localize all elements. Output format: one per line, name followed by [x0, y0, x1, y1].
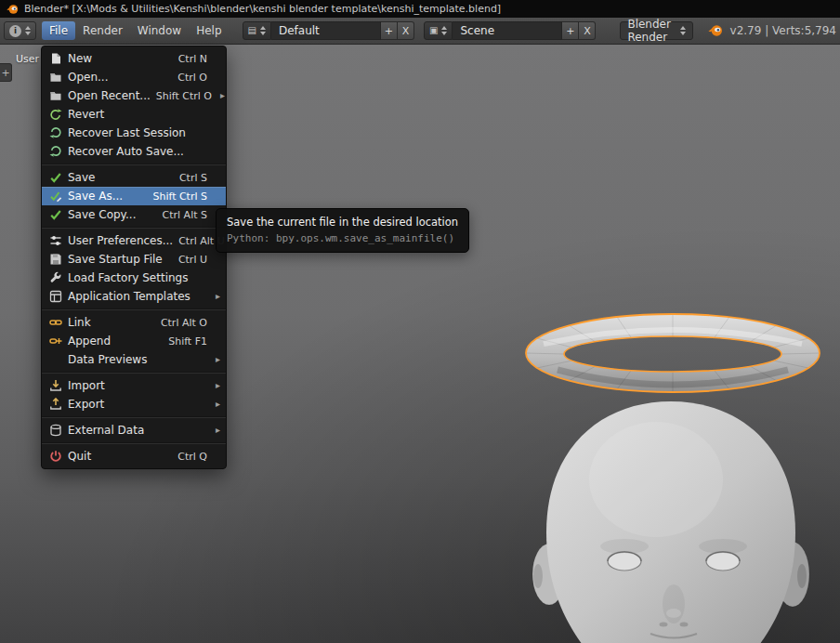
- menu-item-user-preferences[interactable]: User Preferences...Ctrl Alt U: [42, 231, 226, 250]
- scene-icon: ▣: [429, 26, 438, 35]
- scene-name-field[interactable]: Scene: [453, 21, 562, 40]
- menu-item-label: Import: [68, 379, 105, 392]
- menu-item-label: Data Previews: [68, 353, 147, 366]
- scene-delete-button[interactable]: X: [579, 21, 596, 40]
- submenu-arrow-icon: ▸: [213, 381, 220, 390]
- menu-item-save[interactable]: SaveCtrl S: [42, 168, 226, 187]
- submenu-arrow-icon: ▸: [213, 292, 220, 301]
- menu-item-import[interactable]: Import▸: [42, 376, 226, 395]
- blank-icon: [48, 353, 62, 366]
- combo-arrows-icon: [441, 26, 447, 35]
- menu-item-label: User Preferences...: [68, 234, 173, 247]
- submenu-arrow-icon: ▸: [213, 355, 220, 364]
- menu-window[interactable]: Window: [130, 21, 189, 40]
- blender-app-icon: [7, 4, 19, 15]
- toolshelf-expand-tab[interactable]: +: [0, 63, 12, 82]
- menu-render[interactable]: Render: [75, 21, 130, 40]
- window-title: Blender* [X:\Mods & Utilities\Kenshi\ble…: [24, 3, 501, 15]
- file-menu-panel: NewCtrl NOpen...Ctrl OOpen Recent...Shif…: [41, 46, 227, 469]
- combo-arrows-icon: [680, 26, 686, 35]
- menu-separator: [42, 416, 226, 418]
- menu-item-open[interactable]: Open...Ctrl O: [42, 68, 226, 86]
- menu-item-external-data[interactable]: External Data▸: [42, 421, 226, 440]
- export-icon: [48, 398, 62, 411]
- menu-item-shortcut: Ctrl O: [177, 72, 207, 84]
- version-stats: v2.79 | Verts:5,794: [730, 24, 836, 37]
- layout-delete-button[interactable]: X: [398, 21, 414, 40]
- menu-item-label: Quit: [68, 450, 91, 463]
- menu-separator: [42, 164, 226, 165]
- append-icon: [48, 335, 62, 348]
- menu-item-label: Recover Auto Save...: [68, 145, 184, 158]
- menu-item-new[interactable]: NewCtrl N: [42, 49, 226, 68]
- templates-icon: [48, 290, 62, 303]
- menu-item-shortcut: Ctrl Alt O: [161, 317, 207, 329]
- prefs-icon: [48, 234, 62, 247]
- menu-item-label: Recover Last Session: [68, 126, 186, 139]
- scene-browse-button[interactable]: ▣: [424, 21, 453, 40]
- menu-item-label: Save As...: [68, 190, 123, 203]
- menu-separator: [42, 308, 226, 310]
- menu-item-revert[interactable]: Revert: [42, 105, 226, 124]
- menu-item-append[interactable]: AppendShift F1: [42, 332, 226, 350]
- eye-left: [608, 552, 641, 571]
- menu-item-label: Export: [68, 398, 104, 411]
- screen-layout-icon: ▤: [248, 26, 256, 35]
- recover-icon: [48, 126, 62, 139]
- layout-add-button[interactable]: +: [381, 21, 398, 40]
- menu-item-shortcut: Ctrl S: [179, 172, 207, 184]
- menu-help[interactable]: Help: [189, 21, 229, 40]
- menu-file[interactable]: File: [42, 21, 75, 40]
- folder-icon: [48, 71, 62, 84]
- menu-item-recover-auto-save[interactable]: Recover Auto Save...: [42, 142, 226, 161]
- save-as-icon: [48, 190, 62, 203]
- menu-item-label: Load Factory Settings: [68, 271, 188, 284]
- eye-right: [706, 552, 740, 571]
- revert-icon: [48, 108, 62, 121]
- menu-item-shortcut: Ctrl Q: [177, 451, 207, 463]
- scene-selector: ▣ Scene + X: [424, 21, 596, 40]
- layout-name-field[interactable]: Default: [271, 21, 381, 40]
- menu-item-label: Save: [68, 171, 95, 184]
- menu-separator: [42, 227, 226, 229]
- submenu-arrow-icon: ▸: [217, 91, 225, 100]
- render-engine-value: Blender Render: [627, 18, 679, 44]
- view-name-overlay: User: [16, 53, 39, 65]
- menu-item-recover-last-session[interactable]: Recover Last Session: [42, 124, 226, 142]
- menu-item-save-copy[interactable]: Save Copy...Ctrl Alt S: [42, 205, 226, 224]
- scene-add-button[interactable]: +: [562, 21, 579, 40]
- link-icon: [48, 316, 62, 329]
- menu-item-export[interactable]: Export▸: [42, 395, 226, 413]
- external-icon: [48, 424, 62, 437]
- menu-item-data-previews[interactable]: Data Previews▸: [42, 350, 226, 369]
- menu-separator: [42, 442, 226, 444]
- menu-item-save-startup-file[interactable]: Save Startup FileCtrl U: [42, 250, 226, 269]
- menu-item-label: Save Copy...: [68, 208, 136, 221]
- menu-item-shortcut: Shift Ctrl O: [156, 90, 212, 102]
- menu-item-save-as[interactable]: Save As...Shift Ctrl S: [42, 187, 226, 205]
- menu-item-label: Save Startup File: [68, 253, 163, 266]
- menu-item-label: External Data: [68, 424, 144, 437]
- tooltip: Save the current file in the desired loc…: [216, 208, 469, 253]
- combo-arrows-icon: [25, 26, 31, 35]
- menu-item-label: Application Templates: [68, 290, 190, 303]
- layout-browse-button[interactable]: ▤: [243, 21, 271, 40]
- blender-window: Blender* [X:\Mods & Utilities\Kenshi\ble…: [0, 0, 840, 643]
- menu-item-open-recent[interactable]: Open Recent...Shift Ctrl O▸: [42, 86, 226, 105]
- check-icon: [48, 208, 62, 221]
- menu-item-label: Append: [68, 335, 111, 348]
- menu-item-link[interactable]: LinkCtrl Alt O: [42, 313, 226, 332]
- menu-item-application-templates[interactable]: Application Templates▸: [42, 287, 226, 306]
- menu-item-label: Open Recent...: [68, 89, 151, 102]
- menu-item-quit[interactable]: QuitCtrl Q: [42, 447, 226, 466]
- menu-item-load-factory-settings[interactable]: Load Factory Settings: [42, 269, 226, 287]
- title-bar: Blender* [X:\Mods & Utilities\Kenshi\ble…: [0, 0, 840, 18]
- menu-item-label: Link: [68, 316, 91, 329]
- menu-item-shortcut: Shift Ctrl S: [152, 190, 207, 203]
- recover-icon: [48, 145, 62, 158]
- editor-type-button[interactable]: i: [4, 21, 36, 40]
- render-engine-select[interactable]: Blender Render: [620, 21, 692, 40]
- file-new-icon: [48, 52, 62, 65]
- menu-item-shortcut: Ctrl N: [178, 53, 207, 65]
- screen-layout-selector: ▤ Default + X: [243, 21, 414, 40]
